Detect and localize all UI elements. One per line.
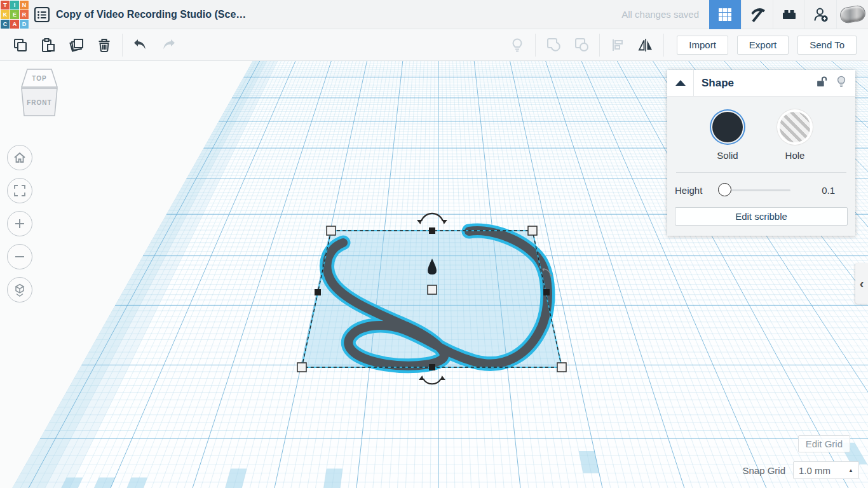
- logo-cell: T: [1, 1, 10, 10]
- mirror-icon[interactable]: [632, 32, 660, 58]
- logo-cell: K: [1, 10, 10, 19]
- shape-panel-body: Solid Hole Height 0.1 Edit scr: [667, 97, 855, 236]
- avatar-ingot[interactable]: [836, 0, 868, 29]
- tinkercad-logo[interactable]: T I N K E R C A D: [0, 0, 29, 29]
- unlock-icon[interactable]: [815, 75, 829, 92]
- top-header: T I N K E R C A D Copy of Video Recordin…: [0, 0, 868, 29]
- logo-cell: E: [10, 10, 19, 19]
- hole-swatch[interactable]: [780, 112, 810, 142]
- toolbar-separator: [535, 34, 536, 57]
- zoom-in-icon[interactable]: [7, 211, 32, 236]
- collapse-sidebar-tab[interactable]: ‹: [855, 263, 868, 304]
- fit-view-icon[interactable]: [7, 178, 32, 203]
- save-status: All changes saved: [621, 9, 699, 20]
- delete-icon[interactable]: [90, 32, 118, 58]
- slider-knob[interactable]: [718, 183, 731, 196]
- logo-cell: N: [20, 1, 29, 10]
- export-button[interactable]: Export: [737, 36, 789, 55]
- height-value: 0.1: [790, 185, 848, 196]
- show-all-icon[interactable]: [503, 32, 531, 58]
- edit-toolbar: Import Export Send To: [0, 29, 868, 61]
- redo-icon[interactable]: [154, 32, 182, 58]
- rotate-handle-top[interactable]: [417, 214, 447, 224]
- avatar: [839, 4, 867, 25]
- pickaxe-icon[interactable]: [741, 0, 773, 29]
- logo-cell: D: [20, 20, 29, 29]
- brick-icon[interactable]: [773, 0, 804, 29]
- design-menu-icon[interactable]: [29, 0, 55, 29]
- panel-title: Shape: [694, 77, 815, 90]
- zoom-out-icon[interactable]: [7, 244, 32, 269]
- copy-icon[interactable]: [6, 32, 34, 58]
- caret-up-icon: ▲: [848, 468, 853, 473]
- ungroup-icon[interactable]: [567, 32, 595, 58]
- snap-grid-control: Snap Grid 1.0 mm ▲: [742, 461, 859, 479]
- align-icon[interactable]: [604, 32, 632, 58]
- add-person-icon[interactable]: [804, 0, 836, 29]
- snap-grid-value: 1.0 mm: [799, 465, 848, 476]
- import-button[interactable]: Import: [677, 36, 728, 55]
- selected-scribble[interactable]: [297, 214, 566, 384]
- logo-cell: R: [20, 10, 29, 19]
- home-view-icon[interactable]: [7, 145, 32, 170]
- snap-grid-label: Snap Grid: [742, 465, 785, 476]
- solid-option[interactable]: Solid: [712, 109, 743, 161]
- document-title[interactable]: Copy of Video Recording Studio (Sce…: [56, 9, 246, 20]
- duplicate-icon[interactable]: [62, 32, 90, 58]
- height-label: Height: [675, 185, 721, 196]
- solid-swatch[interactable]: [712, 112, 743, 142]
- logo-cell: C: [1, 20, 10, 29]
- edit-scribble-button[interactable]: Edit scribble: [675, 207, 848, 226]
- shape-inspector-panel: Shape: [667, 70, 855, 236]
- collapse-triangle-icon[interactable]: [667, 70, 694, 97]
- undo-icon[interactable]: [126, 32, 154, 58]
- tinkercad-app: T I N K E R C A D Copy of Video Recordin…: [0, 0, 868, 488]
- group-icon[interactable]: [539, 32, 567, 58]
- bulb-icon[interactable]: [835, 75, 848, 92]
- toolbar-separator: [122, 34, 123, 57]
- toolbar-separator: [663, 34, 664, 57]
- hole-label: Hole: [780, 150, 810, 161]
- logo-cell: A: [10, 20, 19, 29]
- shape-panel-header: Shape: [667, 70, 855, 97]
- perspective-toggle-icon[interactable]: [7, 277, 32, 302]
- view-cube[interactable]: TOP FRONT: [14, 67, 65, 126]
- height-slider[interactable]: [721, 183, 790, 197]
- solid-label: Solid: [712, 150, 743, 161]
- toolbar-separator: [599, 34, 600, 57]
- hole-option[interactable]: Hole: [780, 109, 810, 161]
- snap-grid-select[interactable]: 1.0 mm ▲: [793, 461, 859, 479]
- send-to-button[interactable]: Send To: [797, 36, 857, 55]
- logo-cell: I: [10, 1, 19, 10]
- rotate-handle-bottom[interactable]: [419, 376, 445, 384]
- panel-divider: [676, 172, 846, 173]
- view-cube-top-label: TOP: [32, 75, 46, 82]
- view-cube-front-label: FRONT: [27, 99, 51, 106]
- paste-icon[interactable]: [34, 32, 62, 58]
- edit-grid-button[interactable]: Edit Grid: [798, 435, 850, 452]
- blocks-grid-icon[interactable]: [709, 0, 741, 29]
- workplane-canvas[interactable]: TOP FRONT: [0, 61, 868, 488]
